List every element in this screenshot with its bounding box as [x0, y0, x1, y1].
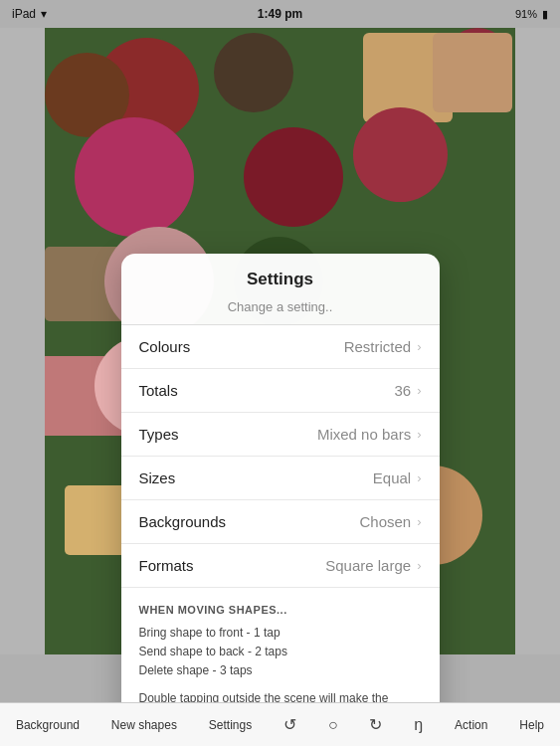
shape-8[interactable]: [244, 127, 343, 227]
backgrounds-value: Chosen ›: [359, 513, 421, 530]
toolbar-help[interactable]: Help: [513, 714, 550, 736]
sizes-value: Equal ›: [373, 469, 422, 486]
toolbar: Background New shapes Settings ↺ ○ ↻ ŋ A…: [0, 702, 560, 746]
shape-6[interactable]: [433, 33, 512, 112]
bg-left: [0, 28, 45, 654]
settings-modal: Settings Change a setting.. Colours Rest…: [121, 254, 440, 745]
undo-icon: ↺: [283, 715, 296, 734]
status-right: 91% ▮: [515, 8, 548, 21]
formats-label: Formats: [139, 557, 194, 574]
toolbar-background[interactable]: Background: [10, 714, 86, 736]
formats-value: Square large ›: [325, 557, 421, 574]
help-label: Help: [519, 718, 544, 732]
toolbar-settings[interactable]: Settings: [203, 714, 258, 736]
circle-icon: ○: [328, 716, 338, 734]
types-value: Mixed no bars ›: [317, 426, 422, 443]
settings-row-formats[interactable]: Formats Square large ›: [121, 544, 440, 588]
device-label: iPad: [12, 7, 36, 21]
new-shapes-label: New shapes: [111, 718, 177, 732]
settings-row-totals[interactable]: Totals 36 ›: [121, 369, 440, 413]
wifi-icon: ▾: [41, 7, 47, 21]
types-value-text: Mixed no bars: [317, 426, 411, 443]
settings-title: Settings: [121, 254, 440, 293]
toolbar-new-shapes[interactable]: New shapes: [105, 714, 183, 736]
totals-label: Totals: [139, 382, 178, 399]
totals-value-text: 36: [394, 382, 411, 399]
status-time: 1:49 pm: [258, 7, 302, 21]
background-label: Background: [16, 718, 80, 732]
settings-row-colours[interactable]: Colours Restricted ›: [121, 325, 440, 369]
redo-icon: ↻: [369, 715, 382, 734]
eta-icon: ŋ: [414, 716, 423, 734]
toolbar-circle[interactable]: ○: [322, 712, 344, 738]
toolbar-redo[interactable]: ↻: [363, 711, 388, 738]
action-label: Action: [455, 718, 487, 732]
formats-chevron: ›: [417, 558, 421, 573]
totals-value: 36 ›: [394, 382, 421, 399]
shape-7[interactable]: [75, 117, 194, 237]
types-label: Types: [139, 426, 179, 443]
info-line-3: Delete shape - 3 taps: [139, 661, 422, 680]
backgrounds-value-text: Chosen: [359, 513, 411, 530]
backgrounds-label: Backgrounds: [139, 513, 227, 530]
battery-label: 91%: [515, 8, 537, 20]
toolbar-undo[interactable]: ↺: [278, 711, 302, 738]
bg-right: [515, 28, 560, 654]
settings-info-title: WHEN MOVING SHAPES...: [139, 604, 422, 616]
status-left: iPad ▾: [12, 7, 47, 21]
settings-row-backgrounds[interactable]: Backgrounds Chosen ›: [121, 500, 440, 544]
settings-row-sizes[interactable]: Sizes Equal ›: [121, 457, 440, 500]
info-line-2: Send shape to back - 2 taps: [139, 643, 422, 661]
colours-chevron: ›: [417, 339, 421, 354]
types-chevron: ›: [417, 427, 421, 442]
shape-9[interactable]: [353, 107, 448, 202]
status-bar: iPad ▾ 1:49 pm 91% ▮: [0, 0, 560, 28]
totals-chevron: ›: [417, 383, 421, 398]
colours-value: Restricted ›: [344, 338, 422, 355]
sizes-value-text: Equal: [373, 469, 411, 486]
colours-value-text: Restricted: [344, 338, 412, 355]
battery-icon: ▮: [542, 8, 548, 21]
colours-label: Colours: [139, 338, 191, 355]
backgrounds-chevron: ›: [417, 514, 421, 529]
sizes-chevron: ›: [417, 470, 421, 485]
settings-row-types[interactable]: Types Mixed no bars ›: [121, 413, 440, 457]
settings-label: Settings: [209, 718, 252, 732]
shape-3[interactable]: [214, 33, 293, 112]
toolbar-action[interactable]: Action: [449, 714, 493, 736]
sizes-label: Sizes: [139, 469, 176, 486]
info-line-1: Bring shape to front - 1 tap: [139, 624, 422, 643]
toolbar-eta[interactable]: ŋ: [408, 712, 429, 738]
formats-value-text: Square large: [325, 557, 411, 574]
settings-subtitle: Change a setting..: [121, 293, 440, 324]
